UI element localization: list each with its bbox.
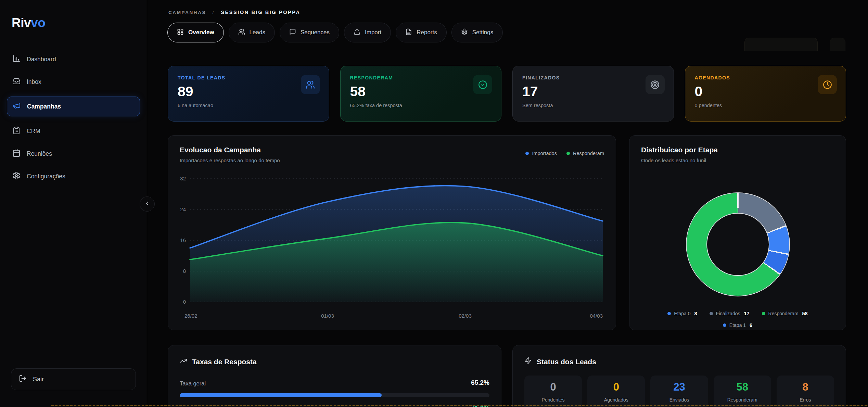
status-tile-enviados: 23 Enviados: [650, 376, 708, 407]
card-title-row: Taxas de Resposta: [180, 357, 257, 366]
tab-label: Settings: [472, 29, 493, 36]
svg-text:16: 16: [180, 237, 186, 243]
card-title-row: Status dos Leads: [524, 357, 596, 366]
stat-subtext: 6 na automacao: [178, 103, 319, 108]
stat-subtext: 65.2% taxa de resposta: [350, 103, 492, 108]
tab-label: Import: [365, 29, 381, 36]
svg-text:8: 8: [183, 268, 186, 274]
chevron-left-icon: [144, 200, 150, 208]
status-label: Erros: [777, 397, 834, 403]
megaphone-icon: [13, 102, 21, 112]
lead-status-card: Status dos Leads 0 Pendentes 0 Agendados…: [512, 345, 846, 407]
tab-reports[interactable]: Reports: [396, 23, 447, 42]
logout-button[interactable]: Sair: [11, 368, 136, 390]
sidebar-collapse-button[interactable]: [140, 196, 155, 212]
stat-label: AGENDADOS: [695, 75, 837, 80]
donut-chart: [687, 193, 789, 296]
status-tile-erros: 8 Erros: [777, 376, 834, 407]
stat-label: FINALIZADOS: [522, 75, 664, 80]
legend-label: Etapa 1: [729, 322, 746, 328]
bar-chart-icon: [12, 54, 21, 64]
legend-dot: [525, 152, 529, 155]
area-chart: 0816243226/0201/0302/0304/03: [176, 174, 608, 321]
tab-settings[interactable]: Settings: [451, 23, 503, 42]
status-tile-pendentes: 0 Pendentes: [524, 376, 582, 407]
status-value: 8: [777, 381, 834, 393]
status-label: Enviados: [650, 397, 708, 403]
card-title: Taxas de Resposta: [192, 358, 257, 366]
legend-label: Responderam: [573, 151, 604, 156]
tab-sequences[interactable]: Sequences: [280, 23, 339, 42]
tab-label: Leads: [250, 29, 265, 36]
calendar-icon: [12, 149, 21, 159]
sidebar-nav: Dashboard Inbox Campanhas CRM Reuniões C…: [7, 51, 140, 184]
donut-legend-row: Etapa 1 6: [629, 322, 846, 328]
stat-label: RESPONDERAM: [350, 75, 492, 80]
users-icon: [301, 75, 320, 94]
brand-logo: Rivvo: [12, 16, 45, 30]
sidebar-item-label: Campanhas: [27, 103, 61, 110]
sidebar-item-reunioes[interactable]: Reuniões: [7, 146, 140, 162]
legend-value: 17: [744, 311, 749, 316]
status-value: 23: [650, 381, 708, 393]
stat-cards-row: TOTAL DE LEADS 89 6 na automacao RESPOND…: [168, 66, 846, 122]
status-tiles: 0 Pendentes 0 Agendados 23 Enviados 58 R…: [524, 376, 834, 407]
progress-track: [180, 393, 489, 397]
upload-icon: [354, 28, 360, 37]
sidebar-item-configuracoes[interactable]: Configurações: [7, 168, 140, 184]
stat-value: 17: [522, 84, 664, 100]
legend-item-importados: Importados: [525, 151, 557, 156]
sidebar-item-dashboard[interactable]: Dashboard: [7, 51, 140, 67]
stat-label: TOTAL DE LEADS: [178, 75, 319, 80]
stat-card-responderam: RESPONDERAM 58 65.2% taxa de resposta: [340, 66, 502, 122]
sidebar-item-label: Configurações: [27, 173, 65, 180]
sidebar-item-crm[interactable]: CRM: [7, 123, 140, 139]
grid-icon: [177, 28, 184, 37]
svg-text:04/03: 04/03: [590, 313, 603, 319]
file-icon: [405, 28, 412, 37]
breadcrumb-current: SESSION BIG BIG POPPA: [221, 10, 300, 15]
brand-logo-primary: Riv: [12, 16, 31, 30]
stat-card-total-leads: TOTAL DE LEADS 89 6 na automacao: [168, 66, 329, 122]
sidebar-item-label: Dashboard: [27, 56, 56, 63]
gear-icon: [461, 28, 468, 37]
clipped-toolbar-button: [744, 38, 818, 51]
rate-label: Taxa geral: [180, 380, 206, 387]
check-circle-icon: [473, 75, 492, 94]
sidebar-item-label: CRM: [27, 128, 40, 135]
tab-overview[interactable]: Overview: [167, 23, 224, 42]
status-value: 0: [587, 381, 645, 393]
tab-import[interactable]: Import: [344, 23, 391, 42]
svg-text:26/02: 26/02: [184, 313, 197, 319]
stat-value: 0: [695, 84, 837, 100]
distribution-card: Distribuicao por Etapa Onde os leads est…: [629, 135, 846, 330]
legend-item-responderam: Responderam: [566, 151, 604, 156]
breadcrumb: CAMPANHAS / SESSION BIG BIG POPPA: [168, 10, 301, 15]
stat-card-agendados: AGENDADOS 0 0 pendentes: [685, 66, 846, 122]
svg-text:01/03: 01/03: [321, 313, 334, 319]
stat-value: 58: [350, 84, 492, 100]
legend-label: Responderam: [768, 311, 799, 316]
chart-subtitle: Importacoes e respostas ao longo do temp…: [180, 157, 280, 163]
app-root: Rivvo Dashboard Inbox Campanhas CRM Reun…: [0, 0, 868, 407]
sidebar: Rivvo Dashboard Inbox Campanhas CRM Reun…: [0, 0, 147, 407]
svg-text:32: 32: [180, 176, 186, 181]
chart-title: Distribuicao por Etapa: [641, 146, 718, 154]
legend-dot: [723, 323, 726, 327]
inbox-icon: [12, 77, 21, 87]
logout-label: Sair: [33, 376, 44, 383]
tab-leads[interactable]: Leads: [229, 23, 275, 42]
legend-value: 8: [694, 311, 697, 316]
svg-text:24: 24: [180, 206, 186, 212]
donut-legend-row: Etapa 0 8 Finalizados 17 Responderam 58: [629, 311, 846, 316]
trending-up-icon: [180, 357, 187, 366]
legend-label: Finalizados: [716, 311, 740, 316]
breadcrumb-parent[interactable]: CAMPANHAS: [168, 10, 206, 15]
sidebar-item-campanhas[interactable]: Campanhas: [7, 97, 140, 116]
sidebar-item-inbox[interactable]: Inbox: [7, 74, 140, 90]
breadcrumb-separator: /: [213, 10, 215, 15]
clipped-bottom-element: [51, 405, 868, 406]
rate-value: 65.2%: [471, 379, 489, 386]
tab-label: Sequences: [301, 29, 330, 36]
legend-label: Etapa 0: [674, 311, 690, 316]
